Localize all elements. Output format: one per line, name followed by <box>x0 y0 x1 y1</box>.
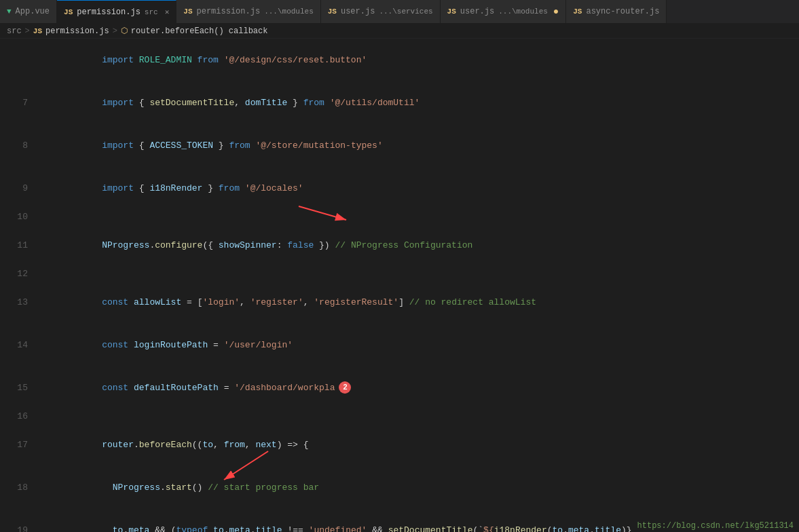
code-area: import ROLE_ADMIN from '@/design/css/res… <box>0 39 799 532</box>
tab-label: permission.js <box>77 7 141 17</box>
tab-permission-modules[interactable]: JS permission.js ...\modules <box>176 0 320 23</box>
line-number: 12 <box>0 267 28 281</box>
tab-label: user.js <box>460 7 494 16</box>
table-row: 13 const allowList = ['login', 'register… <box>0 281 799 324</box>
bc-function: router.beforeEach() callback <box>131 26 268 36</box>
line-code: const defaultRoutePath = '/dashboard/wor… <box>28 366 799 409</box>
table-row: import ROLE_ADMIN from '@/design/css/res… <box>0 39 799 81</box>
table-row: 15 const defaultRoutePath = '/dashboard/… <box>0 366 799 409</box>
line-code: NProgress.configure({ showSpinner: false… <box>28 224 799 267</box>
line-code: const loginRoutePath = '/user/login' <box>28 324 799 366</box>
line-number: 19 <box>0 509 28 532</box>
line-code: NProgress.start() // start progress bar <box>28 466 799 509</box>
tab-label: async-router.js <box>586 7 659 16</box>
line-number: 11 <box>0 224 28 267</box>
line-code: import { i18nRender } from '@/locales' <box>28 167 799 210</box>
tab-async-router[interactable]: JS async-router.js <box>566 0 667 23</box>
table-row: 7 import { setDocumentTitle, domTitle } … <box>0 81 799 124</box>
line-number: 8 <box>0 124 28 167</box>
line-code: import { setDocumentTitle, domTitle } fr… <box>28 81 799 124</box>
close-icon[interactable]: ✕ <box>165 7 170 16</box>
line-number: 14 <box>0 324 28 366</box>
tab-permission-src[interactable]: JS permission.js src ✕ <box>57 0 176 23</box>
line-number: 7 <box>0 81 28 124</box>
table-row: 11 NProgress.configure({ showSpinner: fa… <box>0 224 799 267</box>
tab-sublabel: ...\modules <box>264 7 314 16</box>
line-number: 16 <box>0 409 28 423</box>
tab-user-modules[interactable]: JS user.js ...\modules ● <box>441 0 567 23</box>
table-row: 14 const loginRoutePath = '/user/login' <box>0 324 799 366</box>
table-row: 12 <box>0 267 799 281</box>
tab-label: user.js <box>341 7 375 16</box>
bc-js-icon: JS <box>33 27 42 35</box>
tab-user-services[interactable]: JS user.js ...\services <box>321 0 441 23</box>
modified-indicator: ● <box>553 6 559 17</box>
line-code <box>28 267 799 281</box>
url-text: https://blog.csdn.net/lkg5211314 <box>637 521 794 531</box>
url-bar: https://blog.csdn.net/lkg5211314 <box>632 520 799 532</box>
annotation-bubble-2: 2 <box>339 381 351 394</box>
line-code <box>28 210 799 224</box>
vue-icon: ▼ <box>7 7 12 16</box>
bc-filename: permission.js <box>45 26 109 36</box>
tab-label: App.vue <box>16 7 50 16</box>
breadcrumb: src > JS permission.js > ⬡ router.before… <box>0 24 799 39</box>
line-number: 17 <box>0 423 28 466</box>
editor-container: ▼ App.vue JS permission.js src ✕ JS perm… <box>0 0 799 532</box>
line-number: 18 <box>0 466 28 509</box>
line-code: router.beforeEach((to, from, next) => { <box>28 423 799 466</box>
tab-sublabel: ...\modules <box>498 7 548 16</box>
tab-sublabel: src <box>145 8 158 16</box>
tab-bar: ▼ App.vue JS permission.js src ✕ JS perm… <box>0 0 799 24</box>
js-icon: JS <box>183 7 192 16</box>
line-code: import ROLE_ADMIN from '@/design/css/res… <box>28 39 799 81</box>
js-icon: JS <box>328 7 337 16</box>
line-code: import { ACCESS_TOKEN } from '@/store/mu… <box>28 124 799 167</box>
line-number: 15 <box>0 366 28 409</box>
js-icon: JS <box>573 7 582 16</box>
tab-app-vue[interactable]: ▼ App.vue <box>0 0 57 23</box>
bc-router-icon: ⬡ <box>121 26 128 36</box>
table-row: 10 <box>0 210 799 224</box>
bc-sep2: > <box>113 26 117 36</box>
tab-sublabel: ...\services <box>379 7 432 16</box>
line-code: const allowList = ['login', 'register', … <box>28 281 799 324</box>
bc-sep1: > <box>25 26 30 36</box>
line-number: 13 <box>0 281 28 324</box>
tab-label: permission.js <box>197 7 261 16</box>
table-row: 8 import { ACCESS_TOKEN } from '@/store/… <box>0 124 799 167</box>
js-icon: JS <box>447 7 456 16</box>
line-number: 9 <box>0 167 28 210</box>
code-table: import ROLE_ADMIN from '@/design/css/res… <box>0 39 799 532</box>
js-icon: JS <box>64 8 73 16</box>
table-row: 17 router.beforeEach((to, from, next) =>… <box>0 423 799 466</box>
line-number <box>0 39 28 81</box>
line-code <box>28 409 799 423</box>
table-row: 9 import { i18nRender } from '@/locales' <box>0 167 799 210</box>
table-row: 18 NProgress.start() // start progress b… <box>0 466 799 509</box>
code-content: import ROLE_ADMIN from '@/design/css/res… <box>0 39 799 532</box>
bc-src: src <box>7 26 22 36</box>
line-number: 10 <box>0 210 28 224</box>
table-row: 16 <box>0 409 799 423</box>
